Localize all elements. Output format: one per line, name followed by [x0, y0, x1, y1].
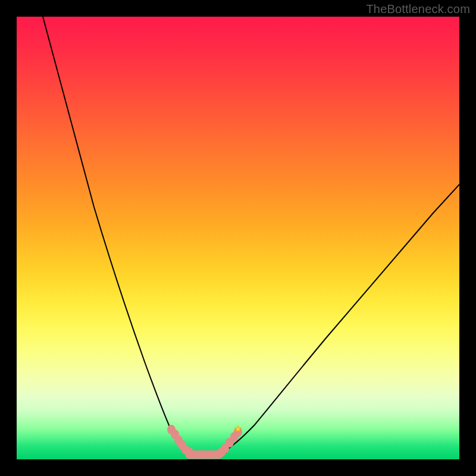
marker-left-cluster — [167, 425, 193, 457]
left-curve — [43, 17, 193, 455]
watermark-text: TheBottleneck.com — [366, 2, 470, 16]
svg-point-5 — [185, 447, 193, 457]
plot-area — [17, 17, 459, 459]
right-curve — [219, 184, 459, 455]
marker-right-cluster — [217, 427, 242, 457]
chart-frame: TheBottleneck.com — [0, 0, 476, 476]
curves-svg — [17, 17, 459, 459]
